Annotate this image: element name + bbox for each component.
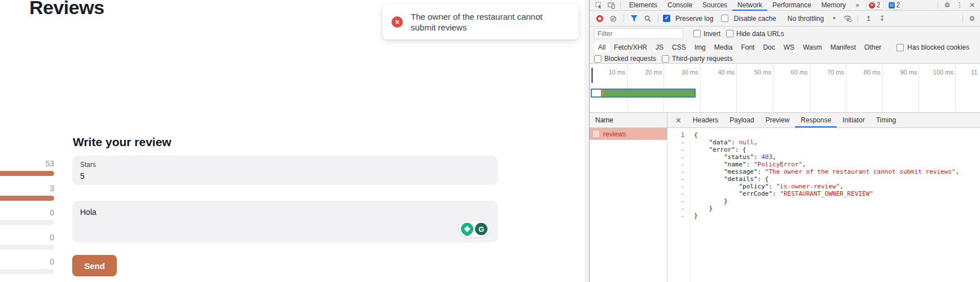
timeline-tick-label: 50 ms (737, 64, 774, 112)
timeline-tick-label: 20 ms (628, 64, 665, 112)
record-icon[interactable] (594, 14, 605, 23)
name-column-header[interactable]: Name (590, 113, 667, 128)
rating-bar (0, 171, 54, 176)
type-filter-pill[interactable]: CSS (668, 42, 690, 52)
request-name: reviews (603, 130, 626, 138)
review-textarea[interactable]: Hola G (72, 201, 498, 243)
detail-tab[interactable]: Timing (871, 113, 902, 127)
third-party-requests-checkbox[interactable] (662, 55, 669, 63)
devtools-tab[interactable]: Sources (697, 0, 732, 11)
page-scrollbar[interactable] (585, 0, 589, 282)
timeline-start-tick (591, 68, 593, 83)
response-viewer: 1----------- { "data": null, "error": { … (667, 128, 980, 282)
type-filter-pill[interactable]: Img (691, 42, 710, 52)
divider (938, 1, 938, 9)
rating-row: 0 (0, 233, 54, 258)
timeline-overview-bar[interactable] (591, 89, 696, 98)
timeline-tick-label: 10 ms (591, 64, 628, 112)
grammarly-widget[interactable]: G (459, 221, 490, 237)
invert-label: Invert (704, 30, 720, 38)
suggestion-bulb-icon[interactable] (461, 223, 473, 235)
clear-icon[interactable]: ⊘ (608, 14, 619, 23)
third-party-requests-label: Third-party requests (672, 55, 732, 63)
request-type-icon (593, 131, 599, 137)
devtools-tab[interactable]: Performance (767, 0, 816, 11)
devtools-tab[interactable]: Elements (624, 0, 662, 11)
settings-gear-icon[interactable]: ⚙ (942, 1, 953, 10)
issues-badge-icon (889, 2, 895, 8)
rating-histogram: 53 3 0 0 0 (0, 160, 54, 282)
send-button[interactable]: Send (72, 255, 117, 276)
network-settings-gear-icon[interactable]: ⚙ (966, 14, 978, 23)
has-blocked-cookies-label: Has blocked cookies (907, 43, 969, 51)
type-filter-pill[interactable]: Doc (759, 42, 779, 52)
import-har-icon[interactable]: ↥ (863, 14, 874, 23)
error-circle-icon: ✕ (392, 16, 403, 28)
type-filter-pill[interactable]: Media (710, 42, 737, 52)
divider (623, 15, 624, 23)
disable-cache-checkbox[interactable] (721, 15, 728, 22)
rating-bar (0, 196, 54, 201)
timeline-tick-label: 90 ms (883, 64, 920, 112)
timeline-tick-label: 100 ms (919, 64, 956, 112)
timeline-tick-label: 11 (956, 64, 980, 112)
filter-input[interactable] (594, 28, 683, 39)
rating-count: 0 (0, 233, 54, 242)
review-text: Hola (80, 208, 490, 217)
blocked-requests-checkbox[interactable] (594, 55, 601, 63)
invert-checkbox[interactable] (693, 30, 701, 37)
divider (658, 15, 658, 23)
filter-funnel-icon[interactable] (629, 14, 640, 23)
stars-input[interactable]: Stars 5 (72, 156, 498, 185)
close-devtools-icon[interactable]: ✕ (966, 1, 978, 10)
export-har-icon[interactable]: ↧ (876, 14, 887, 23)
type-filter-pill[interactable]: WS (780, 42, 798, 52)
detail-tab[interactable]: Preview (760, 113, 796, 127)
request-row[interactable]: reviews (590, 128, 667, 140)
kebab-menu-icon[interactable]: ⋮ (954, 1, 965, 10)
response-gutter[interactable]: 1----------- (667, 128, 690, 282)
has-blocked-cookies-checkbox[interactable] (896, 44, 904, 51)
type-filter-pill[interactable]: All (594, 42, 609, 52)
hide-data-urls-checkbox[interactable] (726, 30, 733, 37)
rating-row: 0 (0, 258, 54, 282)
devtools-tab[interactable]: Memory (816, 0, 851, 11)
response-code[interactable]: { "data": null, "error": { "status": 403… (690, 128, 980, 282)
rating-count: 53 (0, 160, 54, 168)
write-review-heading: Write your review (73, 135, 172, 149)
preserve-log-label: Preserve log (675, 15, 713, 23)
preserve-log-checkbox[interactable] (663, 15, 670, 22)
rating-row: 53 (0, 160, 54, 184)
type-filter-pill[interactable]: Other (860, 42, 885, 52)
disable-cache-label: Disable cache (733, 15, 776, 23)
type-filter-pill[interactable]: Fetch/XHR (610, 42, 651, 52)
detail-tab[interactable]: Headers (687, 113, 724, 127)
stars-value: 5 (80, 171, 490, 180)
devtools-tab[interactable]: Network (732, 0, 767, 11)
device-toolbar-icon[interactable] (605, 1, 617, 10)
close-detail-icon[interactable]: ✕ (667, 116, 687, 125)
divider (858, 15, 858, 23)
issues-badge-count: 2 (896, 1, 900, 9)
rating-count: 0 (0, 209, 54, 217)
grammarly-icon[interactable]: G (475, 223, 487, 235)
detail-tab[interactable]: Response (795, 113, 837, 127)
rating-row: 0 (0, 209, 54, 233)
type-filter-pill[interactable]: Manifest (827, 42, 860, 52)
detail-tabbar: ✕ HeadersPayloadPreviewResponseInitiator… (667, 113, 980, 128)
error-badge[interactable]: ✕ 2 (866, 1, 884, 10)
search-icon[interactable] (642, 14, 653, 23)
type-filter-pill[interactable]: JS (652, 42, 667, 52)
issues-badge[interactable]: 2 (886, 1, 903, 10)
hide-data-urls-label: Hide data URLs (736, 30, 784, 38)
type-filter-pill[interactable]: Font (737, 42, 758, 52)
inspect-cursor-icon[interactable] (593, 1, 604, 10)
throttling-dropdown[interactable]: No throttling ▼ (788, 15, 837, 23)
more-tabs-icon[interactable]: » (852, 1, 863, 9)
type-filter-pill[interactable]: Wasm (799, 42, 826, 52)
devtools-tab[interactable]: Console (662, 0, 697, 11)
network-timeline[interactable]: 10 ms20 ms30 ms40 ms50 ms60 ms70 ms80 ms… (590, 64, 980, 113)
detail-tab[interactable]: Payload (724, 113, 759, 127)
detail-tab[interactable]: Initiator (837, 113, 870, 127)
network-conditions-icon[interactable] (842, 14, 853, 23)
